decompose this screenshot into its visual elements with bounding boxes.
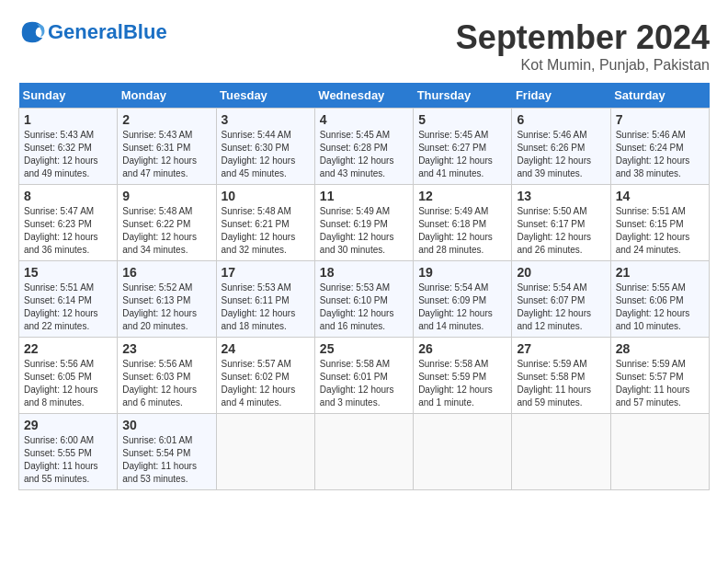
table-row: 16Sunrise: 5:52 AM Sunset: 6:13 PM Dayli… xyxy=(118,261,216,338)
col-monday: Monday xyxy=(118,83,216,109)
day-info: Sunrise: 5:45 AM Sunset: 6:28 PM Dayligh… xyxy=(320,129,408,180)
table-row: 19Sunrise: 5:54 AM Sunset: 6:09 PM Dayli… xyxy=(414,261,512,338)
day-info: Sunrise: 5:52 AM Sunset: 6:13 PM Dayligh… xyxy=(122,282,210,333)
day-number: 24 xyxy=(222,341,310,356)
day-number: 11 xyxy=(320,189,408,203)
day-info: Sunrise: 5:46 AM Sunset: 6:26 PM Dayligh… xyxy=(517,129,605,180)
table-row: 4Sunrise: 5:45 AM Sunset: 6:28 PM Daylig… xyxy=(314,109,413,185)
table-row: 27Sunrise: 5:59 AM Sunset: 5:58 PM Dayli… xyxy=(512,338,610,414)
table-row: 23Sunrise: 5:56 AM Sunset: 6:03 PM Dayli… xyxy=(118,338,216,414)
day-number: 18 xyxy=(320,265,408,280)
day-info: Sunrise: 5:56 AM Sunset: 6:05 PM Dayligh… xyxy=(24,358,112,409)
table-row: 6Sunrise: 5:46 AM Sunset: 6:26 PM Daylig… xyxy=(512,109,610,185)
table-row: 3Sunrise: 5:44 AM Sunset: 6:30 PM Daylig… xyxy=(216,109,314,185)
day-number: 8 xyxy=(24,189,112,203)
col-thursday: Thursday xyxy=(414,83,512,109)
table-row: 29Sunrise: 6:00 AM Sunset: 5:55 PM Dayli… xyxy=(19,414,118,490)
day-number: 5 xyxy=(418,112,506,127)
day-number: 15 xyxy=(24,265,112,280)
col-tuesday: Tuesday xyxy=(216,83,314,109)
day-number: 4 xyxy=(320,112,408,127)
table-row: 15Sunrise: 5:51 AM Sunset: 6:14 PM Dayli… xyxy=(19,261,118,338)
day-info: Sunrise: 6:01 AM Sunset: 5:54 PM Dayligh… xyxy=(122,434,210,486)
day-info: Sunrise: 5:43 AM Sunset: 6:31 PM Dayligh… xyxy=(122,129,210,180)
day-info: Sunrise: 5:57 AM Sunset: 6:02 PM Dayligh… xyxy=(222,358,310,409)
day-number: 16 xyxy=(122,265,210,280)
table-row: 20Sunrise: 5:54 AM Sunset: 6:07 PM Dayli… xyxy=(512,261,610,338)
table-row: 30Sunrise: 6:01 AM Sunset: 5:54 PM Dayli… xyxy=(118,414,216,490)
calendar-header-row: Sunday Monday Tuesday Wednesday Thursday… xyxy=(19,83,710,109)
day-info: Sunrise: 5:46 AM Sunset: 6:24 PM Dayligh… xyxy=(616,129,704,180)
day-info: Sunrise: 5:49 AM Sunset: 6:18 PM Dayligh… xyxy=(418,205,506,257)
table-row: 28Sunrise: 5:59 AM Sunset: 5:57 PM Dayli… xyxy=(610,338,709,414)
col-sunday: Sunday xyxy=(19,83,118,109)
table-row: 10Sunrise: 5:48 AM Sunset: 6:21 PM Dayli… xyxy=(216,185,314,261)
logo-icon xyxy=(18,18,46,46)
day-info: Sunrise: 5:54 AM Sunset: 6:09 PM Dayligh… xyxy=(418,282,506,333)
day-info: Sunrise: 5:43 AM Sunset: 6:32 PM Dayligh… xyxy=(24,129,112,180)
calendar-week-row: 15Sunrise: 5:51 AM Sunset: 6:14 PM Dayli… xyxy=(19,261,710,338)
table-row xyxy=(414,414,512,490)
day-number: 9 xyxy=(122,189,210,203)
day-info: Sunrise: 5:56 AM Sunset: 6:03 PM Dayligh… xyxy=(122,358,210,409)
table-row xyxy=(216,414,314,490)
day-info: Sunrise: 5:51 AM Sunset: 6:15 PM Dayligh… xyxy=(616,205,704,257)
calendar-week-row: 8Sunrise: 5:47 AM Sunset: 6:23 PM Daylig… xyxy=(19,185,710,261)
table-row: 11Sunrise: 5:49 AM Sunset: 6:19 PM Dayli… xyxy=(314,185,413,261)
table-row: 5Sunrise: 5:45 AM Sunset: 6:27 PM Daylig… xyxy=(414,109,512,185)
day-info: Sunrise: 5:45 AM Sunset: 6:27 PM Dayligh… xyxy=(418,129,506,180)
day-number: 14 xyxy=(616,189,704,203)
table-row: 8Sunrise: 5:47 AM Sunset: 6:23 PM Daylig… xyxy=(19,185,118,261)
table-row xyxy=(610,414,709,490)
table-row: 25Sunrise: 5:58 AM Sunset: 6:01 PM Dayli… xyxy=(314,338,413,414)
day-number: 19 xyxy=(418,265,506,280)
day-info: Sunrise: 5:49 AM Sunset: 6:19 PM Dayligh… xyxy=(320,205,408,257)
day-info: Sunrise: 5:58 AM Sunset: 6:01 PM Dayligh… xyxy=(320,358,408,409)
calendar-week-row: 22Sunrise: 5:56 AM Sunset: 6:05 PM Dayli… xyxy=(19,338,710,414)
location: Kot Mumin, Punjab, Pakistan xyxy=(456,57,710,74)
day-number: 6 xyxy=(517,112,605,127)
day-number: 29 xyxy=(24,418,112,432)
day-number: 23 xyxy=(122,341,210,356)
day-number: 12 xyxy=(418,189,506,203)
logo-text: GeneralBlue xyxy=(48,20,167,44)
table-row: 24Sunrise: 5:57 AM Sunset: 6:02 PM Dayli… xyxy=(216,338,314,414)
day-number: 17 xyxy=(222,265,310,280)
day-number: 7 xyxy=(616,112,704,127)
day-number: 27 xyxy=(517,341,605,356)
table-row: 22Sunrise: 5:56 AM Sunset: 6:05 PM Dayli… xyxy=(19,338,118,414)
calendar-week-row: 29Sunrise: 6:00 AM Sunset: 5:55 PM Dayli… xyxy=(19,414,710,490)
day-number: 22 xyxy=(24,341,112,356)
table-row: 9Sunrise: 5:48 AM Sunset: 6:22 PM Daylig… xyxy=(118,185,216,261)
day-info: Sunrise: 5:44 AM Sunset: 6:30 PM Dayligh… xyxy=(222,129,310,180)
page-header: GeneralBlue September 2024 Kot Mumin, Pu… xyxy=(18,18,710,74)
day-number: 25 xyxy=(320,341,408,356)
col-saturday: Saturday xyxy=(610,83,709,109)
day-info: Sunrise: 5:58 AM Sunset: 5:59 PM Dayligh… xyxy=(418,358,506,409)
calendar-table: Sunday Monday Tuesday Wednesday Thursday… xyxy=(18,83,710,490)
table-row: 21Sunrise: 5:55 AM Sunset: 6:06 PM Dayli… xyxy=(610,261,709,338)
day-info: Sunrise: 5:48 AM Sunset: 6:22 PM Dayligh… xyxy=(122,205,210,257)
day-info: Sunrise: 5:54 AM Sunset: 6:07 PM Dayligh… xyxy=(517,282,605,333)
logo-general: General xyxy=(48,20,123,43)
day-number: 10 xyxy=(222,189,310,203)
day-info: Sunrise: 5:59 AM Sunset: 5:57 PM Dayligh… xyxy=(616,358,704,409)
day-number: 20 xyxy=(517,265,605,280)
table-row: 26Sunrise: 5:58 AM Sunset: 5:59 PM Dayli… xyxy=(414,338,512,414)
day-number: 1 xyxy=(24,112,112,127)
day-number: 26 xyxy=(418,341,506,356)
day-info: Sunrise: 5:47 AM Sunset: 6:23 PM Dayligh… xyxy=(24,205,112,257)
day-number: 3 xyxy=(222,112,310,127)
day-info: Sunrise: 5:55 AM Sunset: 6:06 PM Dayligh… xyxy=(616,282,704,333)
table-row: 1Sunrise: 5:43 AM Sunset: 6:32 PM Daylig… xyxy=(19,109,118,185)
table-row: 7Sunrise: 5:46 AM Sunset: 6:24 PM Daylig… xyxy=(610,109,709,185)
day-info: Sunrise: 5:53 AM Sunset: 6:10 PM Dayligh… xyxy=(320,282,408,333)
day-number: 28 xyxy=(616,341,704,356)
table-row xyxy=(314,414,413,490)
table-row: 13Sunrise: 5:50 AM Sunset: 6:17 PM Dayli… xyxy=(512,185,610,261)
table-row xyxy=(512,414,610,490)
day-number: 2 xyxy=(122,112,210,127)
col-friday: Friday xyxy=(512,83,610,109)
logo-blue: Blue xyxy=(123,20,167,43)
day-number: 30 xyxy=(122,418,210,432)
